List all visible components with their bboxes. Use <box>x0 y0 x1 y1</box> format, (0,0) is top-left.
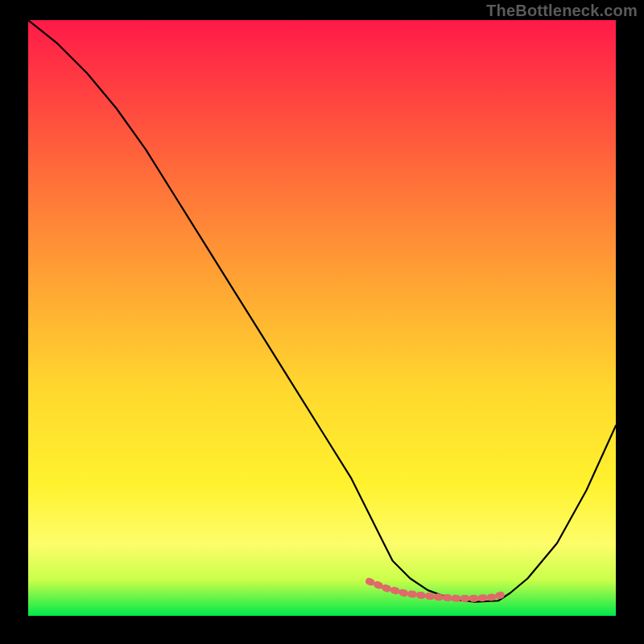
plot-area <box>28 20 616 616</box>
ideal-range-highlight <box>369 581 504 598</box>
chart-container: TheBottleneck.com <box>0 0 644 644</box>
bottleneck-curve <box>28 20 616 602</box>
curve-layer <box>28 20 616 608</box>
watermark-text: TheBottleneck.com <box>486 2 638 20</box>
